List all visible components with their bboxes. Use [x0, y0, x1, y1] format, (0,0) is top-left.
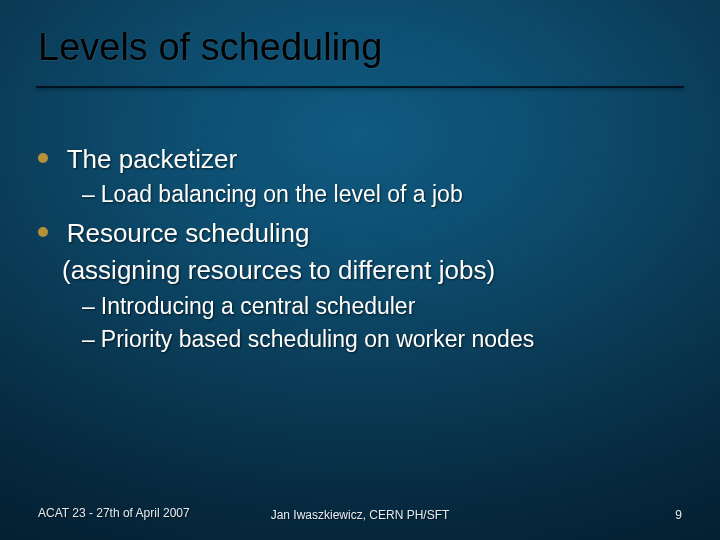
- sub-bullet-1-1-text: Load balancing on the level of a job: [101, 181, 463, 207]
- bullet-icon: [38, 153, 48, 163]
- dash-icon: –: [82, 326, 95, 352]
- bullet-1-text: The packetizer: [67, 144, 238, 174]
- bullet-2-text: Resource scheduling: [67, 218, 310, 248]
- bullet-1: The packetizer: [38, 142, 682, 177]
- sub-bullet-2-1: –Introducing a central scheduler: [82, 291, 682, 322]
- bullet-2-continuation: (assigning resources to different jobs): [62, 253, 682, 288]
- dash-icon: –: [82, 293, 95, 319]
- footer: ACAT 23 - 27th of April 2007 Jan Iwaszki…: [38, 482, 682, 522]
- sub-bullet-2-2-text: Priority based scheduling on worker node…: [101, 326, 534, 352]
- sub-bullet-2-1-text: Introducing a central scheduler: [101, 293, 416, 319]
- slide: Levels of scheduling The packetizer –Loa…: [0, 0, 720, 540]
- bullet-icon: [38, 227, 48, 237]
- sub-bullet-1-1: –Load balancing on the level of a job: [82, 179, 682, 210]
- title-underline: [36, 86, 684, 88]
- bullet-2: Resource scheduling: [38, 216, 682, 251]
- sub-bullet-2-2: –Priority based scheduling on worker nod…: [82, 324, 682, 355]
- footer-center: Jan Iwaszkiewicz, CERN PH/SFT: [38, 508, 682, 522]
- slide-number: 9: [675, 508, 682, 522]
- slide-body: The packetizer –Load balancing on the le…: [38, 140, 682, 357]
- dash-icon: –: [82, 181, 95, 207]
- slide-title: Levels of scheduling: [38, 26, 682, 69]
